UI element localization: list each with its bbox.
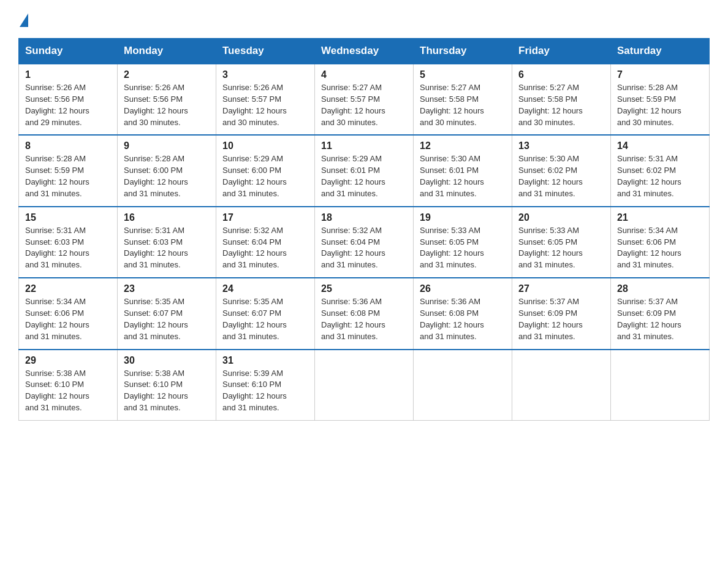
calendar-cell: 20 Sunrise: 5:33 AMSunset: 6:05 PMDaylig… [512, 207, 611, 278]
day-info: Sunrise: 5:29 AMSunset: 6:00 PMDaylight:… [222, 154, 287, 198]
day-info: Sunrise: 5:28 AMSunset: 5:59 PMDaylight:… [25, 154, 89, 198]
calendar-cell: 21 Sunrise: 5:34 AMSunset: 6:06 PMDaylig… [611, 207, 710, 278]
day-info: Sunrise: 5:37 AMSunset: 6:09 PMDaylight:… [518, 297, 583, 341]
page-header [18, 12, 710, 26]
calendar-week-row: 1 Sunrise: 5:26 AMSunset: 5:56 PMDayligh… [19, 64, 710, 135]
calendar-week-row: 29 Sunrise: 5:38 AMSunset: 6:10 PMDaylig… [19, 350, 710, 421]
day-info: Sunrise: 5:29 AMSunset: 6:01 PMDaylight:… [321, 154, 385, 198]
day-number: 27 [518, 283, 604, 294]
logo [18, 12, 29, 26]
day-info: Sunrise: 5:31 AMSunset: 6:02 PMDaylight:… [617, 154, 681, 198]
day-number: 11 [321, 140, 407, 151]
calendar-week-row: 15 Sunrise: 5:31 AMSunset: 6:03 PMDaylig… [19, 207, 710, 278]
day-number: 4 [321, 69, 407, 80]
day-number: 10 [222, 140, 308, 151]
day-number: 26 [420, 283, 506, 294]
day-info: Sunrise: 5:31 AMSunset: 6:03 PMDaylight:… [25, 226, 89, 270]
calendar-cell: 8 Sunrise: 5:28 AMSunset: 5:59 PMDayligh… [19, 135, 118, 206]
day-info: Sunrise: 5:36 AMSunset: 6:08 PMDaylight:… [321, 297, 385, 341]
calendar-cell: 29 Sunrise: 5:38 AMSunset: 6:10 PMDaylig… [19, 350, 118, 421]
calendar-cell [611, 350, 710, 421]
calendar-cell: 15 Sunrise: 5:31 AMSunset: 6:03 PMDaylig… [19, 207, 118, 278]
calendar-cell: 1 Sunrise: 5:26 AMSunset: 5:56 PMDayligh… [19, 64, 118, 135]
day-info: Sunrise: 5:32 AMSunset: 6:04 PMDaylight:… [222, 226, 287, 270]
calendar-cell [315, 350, 414, 421]
day-info: Sunrise: 5:35 AMSunset: 6:07 PMDaylight:… [222, 297, 287, 341]
day-number: 23 [124, 283, 210, 294]
calendar-table: SundayMondayTuesdayWednesdayThursdayFrid… [18, 38, 710, 421]
calendar-cell: 4 Sunrise: 5:27 AMSunset: 5:57 PMDayligh… [315, 64, 414, 135]
column-header-wednesday: Wednesday [315, 39, 414, 64]
day-number: 8 [25, 140, 111, 151]
calendar-cell: 10 Sunrise: 5:29 AMSunset: 6:00 PMDaylig… [216, 135, 315, 206]
calendar-cell: 19 Sunrise: 5:33 AMSunset: 6:05 PMDaylig… [414, 207, 512, 278]
calendar-cell: 6 Sunrise: 5:27 AMSunset: 5:58 PMDayligh… [512, 64, 611, 135]
day-number: 9 [124, 140, 210, 151]
day-number: 21 [617, 212, 703, 223]
calendar-cell: 3 Sunrise: 5:26 AMSunset: 5:57 PMDayligh… [216, 64, 315, 135]
calendar-cell: 14 Sunrise: 5:31 AMSunset: 6:02 PMDaylig… [611, 135, 710, 206]
calendar-header-row: SundayMondayTuesdayWednesdayThursdayFrid… [19, 39, 710, 64]
calendar-cell: 12 Sunrise: 5:30 AMSunset: 6:01 PMDaylig… [414, 135, 512, 206]
day-number: 13 [518, 140, 604, 151]
logo-triangle-icon [20, 13, 28, 27]
day-info: Sunrise: 5:30 AMSunset: 6:01 PMDaylight:… [420, 154, 484, 198]
day-number: 16 [124, 212, 210, 223]
day-number: 17 [222, 212, 308, 223]
calendar-cell: 27 Sunrise: 5:37 AMSunset: 6:09 PMDaylig… [512, 278, 611, 349]
day-info: Sunrise: 5:30 AMSunset: 6:02 PMDaylight:… [518, 154, 583, 198]
day-number: 3 [222, 69, 308, 80]
day-number: 14 [617, 140, 703, 151]
calendar-cell: 5 Sunrise: 5:27 AMSunset: 5:58 PMDayligh… [414, 64, 512, 135]
calendar-cell: 31 Sunrise: 5:39 AMSunset: 6:10 PMDaylig… [216, 350, 315, 421]
day-number: 2 [124, 69, 210, 80]
day-number: 20 [518, 212, 604, 223]
calendar-cell: 13 Sunrise: 5:30 AMSunset: 6:02 PMDaylig… [512, 135, 611, 206]
day-info: Sunrise: 5:27 AMSunset: 5:58 PMDaylight:… [518, 83, 583, 127]
day-number: 22 [25, 283, 111, 294]
column-header-thursday: Thursday [414, 39, 512, 64]
day-info: Sunrise: 5:32 AMSunset: 6:04 PMDaylight:… [321, 226, 385, 270]
day-number: 29 [25, 355, 111, 366]
calendar-cell: 17 Sunrise: 5:32 AMSunset: 6:04 PMDaylig… [216, 207, 315, 278]
day-info: Sunrise: 5:26 AMSunset: 5:57 PMDaylight:… [222, 83, 287, 127]
calendar-cell: 23 Sunrise: 5:35 AMSunset: 6:07 PMDaylig… [118, 278, 216, 349]
day-number: 7 [617, 69, 703, 80]
calendar-cell: 7 Sunrise: 5:28 AMSunset: 5:59 PMDayligh… [611, 64, 710, 135]
day-info: Sunrise: 5:38 AMSunset: 6:10 PMDaylight:… [25, 369, 89, 413]
column-header-friday: Friday [512, 39, 611, 64]
day-number: 18 [321, 212, 407, 223]
day-info: Sunrise: 5:35 AMSunset: 6:07 PMDaylight:… [124, 297, 188, 341]
day-info: Sunrise: 5:27 AMSunset: 5:58 PMDaylight:… [420, 83, 484, 127]
day-number: 1 [25, 69, 111, 80]
day-number: 19 [420, 212, 506, 223]
day-info: Sunrise: 5:31 AMSunset: 6:03 PMDaylight:… [124, 226, 188, 270]
day-info: Sunrise: 5:26 AMSunset: 5:56 PMDaylight:… [124, 83, 188, 127]
calendar-cell: 24 Sunrise: 5:35 AMSunset: 6:07 PMDaylig… [216, 278, 315, 349]
day-number: 28 [617, 283, 703, 294]
calendar-cell: 25 Sunrise: 5:36 AMSunset: 6:08 PMDaylig… [315, 278, 414, 349]
day-info: Sunrise: 5:37 AMSunset: 6:09 PMDaylight:… [617, 297, 681, 341]
day-info: Sunrise: 5:28 AMSunset: 6:00 PMDaylight:… [124, 154, 188, 198]
day-number: 31 [222, 355, 308, 366]
day-number: 15 [25, 212, 111, 223]
calendar-cell: 2 Sunrise: 5:26 AMSunset: 5:56 PMDayligh… [118, 64, 216, 135]
day-info: Sunrise: 5:34 AMSunset: 6:06 PMDaylight:… [617, 226, 681, 270]
calendar-cell: 26 Sunrise: 5:36 AMSunset: 6:08 PMDaylig… [414, 278, 512, 349]
day-info: Sunrise: 5:33 AMSunset: 6:05 PMDaylight:… [420, 226, 484, 270]
calendar-cell: 16 Sunrise: 5:31 AMSunset: 6:03 PMDaylig… [118, 207, 216, 278]
calendar-week-row: 22 Sunrise: 5:34 AMSunset: 6:06 PMDaylig… [19, 278, 710, 349]
day-info: Sunrise: 5:34 AMSunset: 6:06 PMDaylight:… [25, 297, 89, 341]
column-header-tuesday: Tuesday [216, 39, 315, 64]
calendar-cell: 30 Sunrise: 5:38 AMSunset: 6:10 PMDaylig… [118, 350, 216, 421]
day-info: Sunrise: 5:26 AMSunset: 5:56 PMDaylight:… [25, 83, 89, 127]
day-number: 12 [420, 140, 506, 151]
day-info: Sunrise: 5:33 AMSunset: 6:05 PMDaylight:… [518, 226, 583, 270]
day-number: 30 [124, 355, 210, 366]
day-number: 6 [518, 69, 604, 80]
calendar-week-row: 8 Sunrise: 5:28 AMSunset: 5:59 PMDayligh… [19, 135, 710, 206]
calendar-cell: 11 Sunrise: 5:29 AMSunset: 6:01 PMDaylig… [315, 135, 414, 206]
calendar-cell: 28 Sunrise: 5:37 AMSunset: 6:09 PMDaylig… [611, 278, 710, 349]
day-info: Sunrise: 5:36 AMSunset: 6:08 PMDaylight:… [420, 297, 484, 341]
calendar-cell [512, 350, 611, 421]
